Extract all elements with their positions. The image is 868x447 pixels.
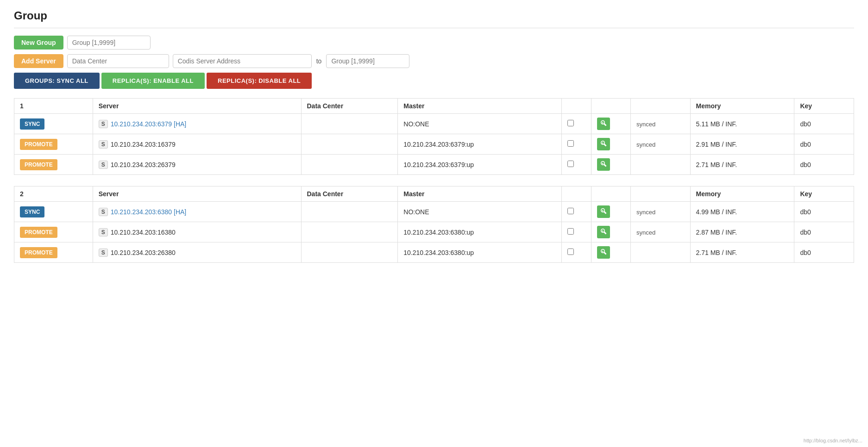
- checkbox-cell: [561, 134, 591, 155]
- disable-all-button[interactable]: REPLICA(S): DISABLE ALL: [207, 73, 312, 89]
- new-group-input[interactable]: [67, 36, 151, 50]
- tool-button[interactable]: [597, 118, 610, 130]
- col-header-status: [631, 186, 691, 202]
- table-row: PROMOTE S 10.210.234.203:26379 10.210.23…: [14, 155, 854, 175]
- tool-cell: [591, 114, 630, 134]
- dc-cell: [301, 155, 398, 175]
- col-header-tool: [591, 186, 630, 202]
- memory-cell: 2.87 MB / INF.: [690, 222, 794, 242]
- col-header-dc: Data Center: [301, 99, 398, 114]
- action-button-sync[interactable]: SYNC: [20, 118, 44, 130]
- group-table-1: 1 Server Data Center Master Memory Key S…: [14, 98, 854, 175]
- key-cell: db0: [794, 222, 854, 242]
- tool-cell: [591, 202, 630, 222]
- server-address: 10.210.234.203:16379: [111, 141, 176, 148]
- dc-cell: [301, 202, 398, 222]
- checkbox-cell: [561, 202, 591, 222]
- col-header-server: Server: [93, 99, 301, 114]
- server-link[interactable]: 10.210.234.203:6379 [HA]: [111, 120, 186, 128]
- tool-button[interactable]: [597, 205, 610, 218]
- action-button-promote[interactable]: PROMOTE: [20, 139, 57, 150]
- status-text: synced: [636, 229, 655, 236]
- add-server-button[interactable]: Add Server: [14, 54, 63, 68]
- table-row: SYNC S 10.210.234.203:6380 [HA] NO:ONE: [14, 202, 854, 222]
- dc-cell: [301, 134, 398, 155]
- status-text: synced: [636, 209, 655, 216]
- action-cell: PROMOTE: [14, 155, 93, 175]
- master-cell: 10.210.234.203:6379:up: [398, 155, 561, 175]
- group-target-input[interactable]: [326, 54, 409, 68]
- server-badge: S: [99, 161, 108, 169]
- master-cell: NO:ONE: [398, 114, 561, 134]
- action-cell: PROMOTE: [14, 222, 93, 242]
- memory-cell: 2.71 MB / INF.: [690, 242, 794, 263]
- sync-all-button[interactable]: GROUPS: SYNC ALL: [14, 73, 100, 89]
- action-cell: PROMOTE: [14, 134, 93, 155]
- tool-cell: [591, 155, 630, 175]
- row-checkbox[interactable]: [567, 208, 574, 214]
- col-header-tool: [591, 99, 630, 114]
- col-header-server: Server: [93, 186, 301, 202]
- sync-bar: GROUPS: SYNC ALL REPLICA(S): ENABLE ALL …: [14, 73, 854, 89]
- tool-cell: [591, 242, 630, 263]
- row-checkbox[interactable]: [567, 161, 574, 167]
- tool-button[interactable]: [597, 246, 610, 259]
- key-cell: db0: [794, 242, 854, 263]
- row-checkbox[interactable]: [567, 140, 574, 147]
- action-button-promote[interactable]: PROMOTE: [20, 247, 57, 258]
- server-badge: S: [99, 248, 108, 257]
- server-cell: S 10.210.234.203:26379: [93, 155, 301, 175]
- checkbox-cell: [561, 114, 591, 134]
- server-address: 10.210.234.203:16380: [111, 229, 176, 236]
- action-cell: SYNC: [14, 114, 93, 134]
- col-header-master: Master: [398, 186, 561, 202]
- server-cell: S 10.210.234.203:6379 [HA]: [93, 114, 301, 134]
- key-cell: db0: [794, 134, 854, 155]
- master-cell: NO:ONE: [398, 202, 561, 222]
- dc-cell: [301, 114, 398, 134]
- server-cell: S 10.210.234.203:16379: [93, 134, 301, 155]
- server-badge: S: [99, 140, 108, 149]
- status-cell: synced: [631, 202, 691, 222]
- col-header-num: 2: [14, 186, 93, 202]
- new-group-button[interactable]: New Group: [14, 36, 63, 50]
- add-server-row: Add Server to: [14, 54, 854, 68]
- row-checkbox[interactable]: [567, 228, 574, 235]
- action-cell: PROMOTE: [14, 242, 93, 263]
- data-center-input[interactable]: [67, 54, 169, 68]
- table-row: PROMOTE S 10.210.234.203:26380 10.210.23…: [14, 242, 854, 263]
- col-header-cb: [561, 186, 591, 202]
- tool-button[interactable]: [597, 138, 610, 150]
- master-cell: 10.210.234.203:6380:up: [398, 222, 561, 242]
- status-cell: synced: [631, 114, 691, 134]
- server-cell: S 10.210.234.203:26380: [93, 242, 301, 263]
- memory-cell: 2.71 MB / INF.: [690, 155, 794, 175]
- tool-button[interactable]: [597, 226, 610, 238]
- action-button-sync[interactable]: SYNC: [20, 206, 44, 217]
- enable-all-button[interactable]: REPLICA(S): ENABLE ALL: [101, 73, 205, 89]
- checkbox-cell: [561, 242, 591, 263]
- status-cell: [631, 242, 691, 263]
- group-table-2: 2 Server Data Center Master Memory Key S…: [14, 186, 854, 263]
- server-address: 10.210.234.203:26380: [111, 249, 176, 256]
- action-button-promote[interactable]: PROMOTE: [20, 159, 57, 170]
- row-checkbox[interactable]: [567, 248, 574, 255]
- master-cell: 10.210.234.203:6380:up: [398, 242, 561, 263]
- tool-button[interactable]: [597, 158, 610, 171]
- col-header-status: [631, 99, 691, 114]
- server-link[interactable]: 10.210.234.203:6380 [HA]: [111, 208, 186, 216]
- key-cell: db0: [794, 155, 854, 175]
- master-cell: 10.210.234.203:6379:up: [398, 134, 561, 155]
- action-button-promote[interactable]: PROMOTE: [20, 227, 57, 238]
- server-address-input[interactable]: [173, 54, 312, 68]
- tool-cell: [591, 134, 630, 155]
- status-cell: [631, 155, 691, 175]
- tool-cell: [591, 222, 630, 242]
- row-checkbox[interactable]: [567, 120, 574, 126]
- action-cell: SYNC: [14, 202, 93, 222]
- dc-cell: [301, 242, 398, 263]
- col-header-key: Key: [794, 99, 854, 114]
- checkbox-cell: [561, 222, 591, 242]
- col-header-dc: Data Center: [301, 186, 398, 202]
- memory-cell: 2.91 MB / INF.: [690, 134, 794, 155]
